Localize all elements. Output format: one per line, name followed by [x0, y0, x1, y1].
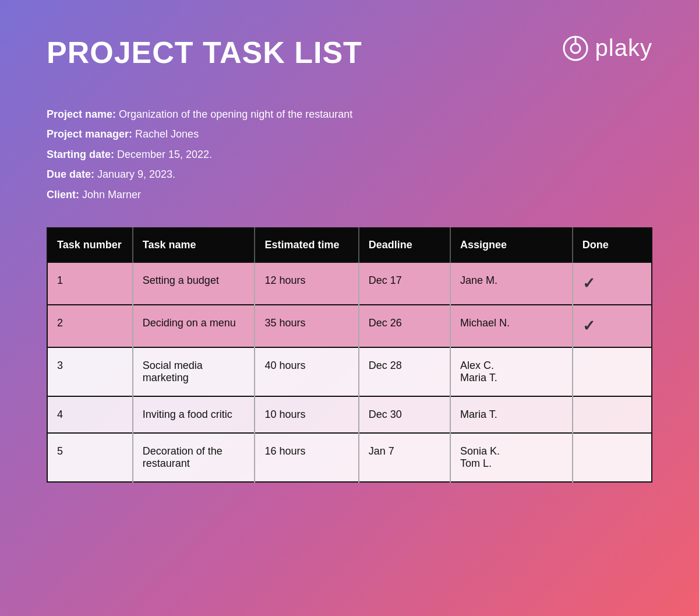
- col-header-deadline: Deadline: [359, 228, 450, 262]
- table-row: 4 Inviting a food critic 10 hours Dec 30…: [47, 396, 652, 433]
- checkmark-2: ✓: [582, 317, 595, 335]
- cell-task-number-4: 4: [47, 396, 133, 433]
- table-row: 1 Setting a budget 12 hours Dec 17 Jane …: [47, 262, 652, 305]
- page-wrapper: PROJECT TASK LIST plaky Project name: Or…: [0, 0, 699, 616]
- page-title: PROJECT TASK LIST: [47, 35, 362, 70]
- col-header-done: Done: [573, 228, 652, 262]
- cell-task-name-1: Setting a budget: [133, 262, 255, 305]
- col-header-task-name: Task name: [133, 228, 255, 262]
- cell-assignee-3: Alex C.Maria T.: [450, 347, 573, 396]
- cell-task-name-4: Inviting a food critic: [133, 396, 255, 433]
- project-due: Due date: January 9, 2023.: [47, 165, 652, 184]
- cell-task-name-5: Decoration of the restaurant: [133, 433, 255, 482]
- task-table: Task number Task name Estimated time Dea…: [47, 227, 652, 483]
- cell-assignee-1: Jane M.: [450, 262, 573, 305]
- svg-point-1: [571, 44, 580, 53]
- logo-area: plaky: [563, 35, 652, 61]
- table-row: 3 Social media marketing 40 hours Dec 28…: [47, 347, 652, 396]
- cell-task-name-2: Deciding on a menu: [133, 305, 255, 347]
- cell-assignee-5: Sonia K.Tom L.: [450, 433, 573, 482]
- cell-task-number-3: 3: [47, 347, 133, 396]
- cell-deadline-1: Dec 17: [359, 262, 450, 305]
- col-header-assignee: Assignee: [450, 228, 573, 262]
- cell-done-3: [573, 347, 652, 396]
- cell-done-1: ✓: [573, 262, 652, 305]
- cell-deadline-2: Dec 26: [359, 305, 450, 347]
- cell-deadline-4: Dec 30: [359, 396, 450, 433]
- cell-done-2: ✓: [573, 305, 652, 347]
- cell-done-5: [573, 433, 652, 482]
- header: PROJECT TASK LIST plaky: [47, 35, 652, 70]
- cell-task-number-5: 5: [47, 433, 133, 482]
- cell-estimated-3: 40 hours: [255, 347, 358, 396]
- cell-task-number-1: 1: [47, 262, 133, 305]
- cell-estimated-4: 10 hours: [255, 396, 358, 433]
- cell-task-name-3: Social media marketing: [133, 347, 255, 396]
- cell-estimated-2: 35 hours: [255, 305, 358, 347]
- checkmark-1: ✓: [582, 274, 595, 292]
- project-client: Client: John Marner: [47, 185, 652, 204]
- project-name: Project name: Organization of the openin…: [47, 105, 652, 124]
- plaky-logo-icon: [563, 36, 588, 61]
- project-manager: Project manager: Rachel Jones: [47, 125, 652, 143]
- cell-deadline-3: Dec 28: [359, 347, 450, 396]
- cell-task-number-2: 2: [47, 305, 133, 347]
- col-header-task-number: Task number: [47, 228, 133, 262]
- table-row: 2 Deciding on a menu 35 hours Dec 26 Mic…: [47, 305, 652, 347]
- cell-estimated-1: 12 hours: [255, 262, 358, 305]
- table-header-row: Task number Task name Estimated time Dea…: [47, 228, 652, 262]
- cell-deadline-5: Jan 7: [359, 433, 450, 482]
- cell-assignee-4: Maria T.: [450, 396, 573, 433]
- logo-text: plaky: [595, 35, 652, 61]
- col-header-estimated-time: Estimated time: [255, 228, 358, 262]
- table-row: 5 Decoration of the restaurant 16 hours …: [47, 433, 652, 482]
- cell-done-4: [573, 396, 652, 433]
- cell-assignee-2: Michael N.: [450, 305, 573, 347]
- project-info: Project name: Organization of the openin…: [47, 105, 652, 204]
- cell-estimated-5: 16 hours: [255, 433, 358, 482]
- project-start: Starting date: December 15, 2022.: [47, 145, 652, 164]
